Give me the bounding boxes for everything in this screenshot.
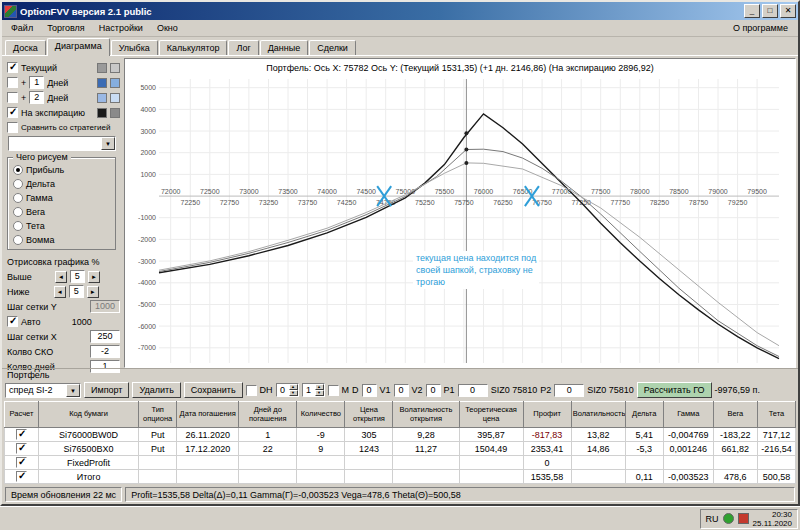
plus2-color-swatch-2[interactable] (110, 93, 120, 103)
chevron-down-icon[interactable]: ▼ (101, 137, 115, 150)
spinner-arrows-icon[interactable]: ▲▼ (315, 384, 324, 396)
column-header[interactable]: Волатильность открытия (393, 402, 459, 428)
v1-field[interactable]: 0 (394, 384, 409, 397)
dh-spinner-2[interactable]: 1 ▲▼ (302, 383, 325, 397)
column-header[interactable]: Вега (713, 402, 757, 428)
menu-settings[interactable]: Настройки (92, 21, 150, 35)
v2-field[interactable]: 0 (426, 384, 441, 397)
column-header[interactable]: Дней до погашения (239, 402, 297, 428)
tab-calculator[interactable]: Калькулятор (159, 40, 228, 55)
expiration-color-swatch-1[interactable] (97, 108, 107, 118)
draw-option-gamma[interactable]: Гамма (13, 191, 113, 205)
column-header[interactable]: Код бумаги (39, 402, 139, 428)
tray-clock[interactable]: 20:30 25.11.2020 (753, 510, 792, 528)
draw-option-profit[interactable]: Прибыль (13, 163, 113, 177)
d-field[interactable]: 0 (362, 384, 377, 397)
tab-log[interactable]: Лог (228, 40, 258, 55)
svg-text:73000: 73000 (239, 188, 259, 195)
draw-option-delta[interactable]: Дельта (13, 177, 113, 191)
draw-option-vomma[interactable]: Вомма (13, 233, 113, 247)
below-value-field[interactable]: 5 (69, 285, 84, 298)
above-value-field[interactable]: 5 (70, 270, 85, 283)
column-header[interactable]: Тип опциона (139, 402, 177, 428)
close-button[interactable]: ✕ (780, 4, 796, 18)
radio-icon[interactable] (13, 207, 23, 217)
p1-field[interactable]: 0 (458, 384, 488, 397)
row-checkbox[interactable] (16, 457, 27, 468)
sko-field[interactable]: -2 (90, 345, 120, 358)
above-increase-button[interactable]: ► (88, 271, 100, 283)
column-header[interactable]: Расчет (5, 402, 39, 428)
plus2-days-field[interactable]: 2 (29, 91, 44, 104)
radio-icon[interactable] (13, 179, 23, 189)
svg-text:79000: 79000 (708, 188, 728, 195)
tab-board[interactable]: Доска (5, 40, 46, 55)
compare-checkbox[interactable] (7, 122, 18, 133)
menubar: Файл Торговля Настройки Окно О программе (2, 20, 798, 37)
tray-app-icon-red[interactable] (738, 513, 749, 524)
below-increase-button[interactable]: ► (87, 286, 99, 298)
column-header[interactable]: Гамма (663, 402, 713, 428)
compare-strategy-dropdown[interactable]: ▼ (8, 136, 116, 151)
grid-x-field[interactable]: 250 (90, 330, 120, 343)
dh-checkbox[interactable] (246, 385, 257, 396)
current-color-swatch-2[interactable] (110, 63, 120, 73)
expiration-color-swatch-2[interactable] (110, 108, 120, 118)
delete-button[interactable]: Удалить (132, 382, 180, 398)
column-header[interactable]: Теоретическая цена (459, 402, 523, 428)
column-header[interactable]: Волатильность (571, 402, 625, 428)
menu-about[interactable]: О программе (725, 21, 796, 35)
language-indicator[interactable]: RU (706, 514, 719, 524)
tab-smile[interactable]: Улыбка (111, 40, 158, 55)
expiration-checkbox[interactable] (7, 107, 18, 118)
auto-checkbox[interactable] (7, 316, 18, 327)
radio-icon[interactable] (13, 235, 23, 245)
column-header[interactable]: Профит (523, 402, 571, 428)
tray-app-icon-green[interactable] (723, 513, 734, 524)
row-checkbox[interactable] (16, 443, 27, 454)
draw-option-theta[interactable]: Тета (13, 219, 113, 233)
column-header[interactable]: Цена открытия (345, 402, 393, 428)
menu-file[interactable]: Файл (4, 21, 40, 35)
minimize-button[interactable]: _ (744, 4, 760, 18)
spinner-arrows-icon[interactable]: ▲▼ (289, 384, 298, 396)
column-header[interactable]: Дельта (625, 402, 663, 428)
m-checkbox[interactable] (328, 385, 339, 396)
table-cell: 1504,49 (459, 442, 523, 456)
tab-deals[interactable]: Сделки (309, 40, 356, 55)
chevron-down-icon[interactable]: ▼ (66, 384, 80, 397)
row-checkbox[interactable] (16, 471, 27, 482)
column-header[interactable]: Тета (757, 402, 795, 428)
plus2-color-swatch-1[interactable] (97, 93, 107, 103)
column-header[interactable]: Дата погашения (177, 402, 239, 428)
radio-icon[interactable] (13, 221, 23, 231)
radio-icon[interactable] (13, 165, 23, 175)
dh-spinner-1[interactable]: 0 ▲▼ (276, 383, 299, 397)
current-color-swatch-1[interactable] (97, 63, 107, 73)
menu-window[interactable]: Окно (150, 21, 185, 35)
maximize-button[interactable]: □ (762, 4, 778, 18)
column-header[interactable]: Количество (297, 402, 345, 428)
plus2-checkbox[interactable] (7, 92, 18, 103)
preset-dropdown[interactable]: спред SI-2 ▼ (5, 383, 81, 398)
grid-y-field[interactable]: 1000 (90, 300, 120, 313)
current-checkbox[interactable] (7, 62, 18, 73)
tab-data[interactable]: Данные (260, 40, 309, 55)
draw-option-vega[interactable]: Вега (13, 205, 113, 219)
calc-go-button[interactable]: Рассчитать ГО (637, 382, 712, 398)
save-button[interactable]: Сохранить (184, 382, 243, 398)
plus1-checkbox[interactable] (7, 77, 18, 88)
import-button[interactable]: Импорт (84, 382, 129, 398)
below-decrease-button[interactable]: ◄ (54, 286, 66, 298)
tab-diagram[interactable]: Диаграмма (47, 38, 110, 56)
row-checkbox[interactable] (16, 429, 27, 440)
plus1-color-swatch-2[interactable] (110, 78, 120, 88)
menu-trading[interactable]: Торговля (40, 21, 92, 35)
table-cell (297, 470, 345, 484)
p2-field[interactable]: 0 (554, 384, 584, 397)
system-tray: RU 20:30 25.11.2020 (700, 509, 798, 529)
above-decrease-button[interactable]: ◄ (55, 271, 67, 283)
radio-icon[interactable] (13, 193, 23, 203)
plus1-days-field[interactable]: 1 (29, 76, 44, 89)
plus1-color-swatch-1[interactable] (97, 78, 107, 88)
